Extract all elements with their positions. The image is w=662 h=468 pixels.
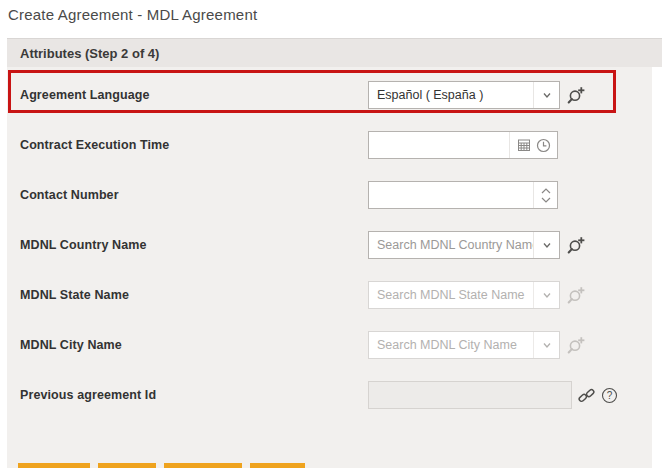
search-plus-icon <box>567 286 586 305</box>
stepper-up-icon[interactable] <box>541 188 551 194</box>
mdnl-country-name-combobox[interactable]: Search MDNL Country Name <box>368 231 560 259</box>
previous-agreement-id-input <box>369 382 571 408</box>
discard-button[interactable]: Discard <box>18 463 90 468</box>
mdnl-city-name-label: MDNL City Name <box>20 338 122 352</box>
previous-agreement-id-field <box>368 381 572 409</box>
contact-number-input[interactable] <box>369 182 533 208</box>
attributes-form-panel: Agreement Language Español ( España ) <box>7 67 652 468</box>
section-header-label: Attributes (Step 2 of 4) <box>20 46 159 61</box>
next-button[interactable]: Next <box>250 463 305 468</box>
attributes-section-header: Attributes (Step 2 of 4) <box>7 38 662 67</box>
row-mdnl-state-name: MDNL State Name Search MDNL State Name <box>7 270 652 320</box>
mdnl-state-name-combobox: Search MDNL State Name <box>368 281 560 309</box>
row-mdnl-city-name: MDNL City Name Search MDNL City Name <box>7 320 652 370</box>
agreement-language-value: Español ( España ) <box>369 82 533 108</box>
previous-agreement-id-label: Previous agreement Id <box>20 388 156 402</box>
chevron-down-icon[interactable] <box>533 232 559 258</box>
form-rows: Agreement Language Español ( España ) <box>7 70 652 420</box>
row-mdnl-country-name: MDNL Country Name Search MDNL Country Na… <box>7 220 652 270</box>
agreement-language-combobox[interactable]: Español ( España ) <box>368 81 560 109</box>
contract-execution-time-field <box>368 131 558 159</box>
search-plus-icon[interactable] <box>567 86 586 105</box>
help-circle-icon[interactable]: ? <box>601 387 618 404</box>
search-plus-icon[interactable] <box>567 236 586 255</box>
mdnl-country-name-label: MDNL Country Name <box>20 238 146 252</box>
mdnl-city-name-combobox: Search MDNL City Name <box>368 331 560 359</box>
calendar-icon[interactable] <box>517 138 531 152</box>
contact-number-field <box>368 181 558 209</box>
stepper-down-icon[interactable] <box>541 197 551 203</box>
mdnl-state-name-placeholder: Search MDNL State Name <box>369 282 533 308</box>
datetime-icon-cell <box>509 132 557 158</box>
page-title: Create Agreement - MDL Agreement <box>8 6 257 23</box>
mdnl-country-name-placeholder: Search MDNL Country Name <box>369 232 533 258</box>
contact-number-label: Contact Number <box>20 188 119 202</box>
chevron-down-icon <box>533 332 559 358</box>
row-contact-number: Contact Number <box>7 170 652 220</box>
clock-icon[interactable] <box>536 138 551 153</box>
save-button[interactable]: Save <box>98 463 156 468</box>
chevron-down-icon <box>533 282 559 308</box>
action-button-bar: Discard Save Previous Next <box>18 463 305 468</box>
agreement-language-label: Agreement Language <box>20 88 150 102</box>
mdnl-state-name-label: MDNL State Name <box>20 288 129 302</box>
row-contract-execution-time: Contract Execution Time <box>7 120 652 170</box>
contract-execution-time-input[interactable] <box>369 132 509 158</box>
number-stepper <box>533 182 557 208</box>
search-plus-icon <box>567 336 586 355</box>
mdnl-city-name-placeholder: Search MDNL City Name <box>369 332 533 358</box>
svg-text:?: ? <box>607 390 613 401</box>
previous-button[interactable]: Previous <box>164 463 243 468</box>
row-previous-agreement-id: Previous agreement Id ? <box>7 370 652 420</box>
chevron-down-icon[interactable] <box>533 82 559 108</box>
contract-execution-time-label: Contract Execution Time <box>20 138 169 152</box>
link-icon[interactable] <box>578 387 595 404</box>
row-agreement-language: Agreement Language Español ( España ) <box>7 70 652 120</box>
